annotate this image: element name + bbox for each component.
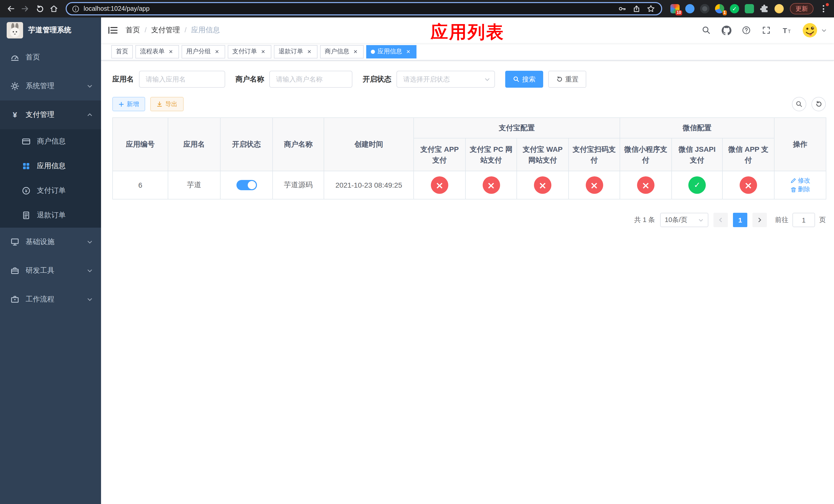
caret-down-icon (821, 27, 827, 33)
extension-icon-4[interactable]: 1 (715, 4, 724, 13)
screenshot-annotation: 应用列表 (431, 21, 504, 44)
tab-app-info[interactable]: 应用信息 (366, 45, 416, 58)
sidebar-item-refund-order[interactable]: 退款订单 (0, 203, 101, 228)
app-logo[interactable]: 芋道管理系统 (0, 18, 101, 43)
sidebar-item-workflow[interactable]: 工作流程 (0, 285, 101, 314)
breadcrumb-payment[interactable]: 支付管理 (140, 26, 180, 35)
add-button[interactable]: 新增 (112, 97, 145, 111)
close-icon[interactable] (352, 48, 359, 55)
search-button[interactable]: 搜索 (505, 71, 543, 88)
sidebar-item-dev-tools[interactable]: 研发工具 (0, 256, 101, 285)
status-toggle[interactable] (236, 180, 257, 190)
sidebar-item-merchant-info[interactable]: 商户信息 (0, 129, 101, 154)
extension-icon-1[interactable]: 10 (671, 4, 680, 13)
col-alipay-qr: 支付宝扫码支付 (569, 138, 620, 171)
close-icon[interactable] (167, 48, 174, 55)
refresh-table-button[interactable] (811, 97, 826, 111)
address-bar[interactable]: localhost:1024/pay/app (66, 2, 662, 15)
breadcrumb-home[interactable]: 首页 (126, 26, 140, 35)
page-size-select[interactable]: 10条/页 (660, 213, 708, 227)
tab-label: 应用信息 (377, 47, 402, 56)
sidebar-item-payment[interactable]: ¥ 支付管理 (0, 100, 101, 129)
add-button-label: 新增 (127, 100, 139, 109)
tab-pay-order[interactable]: 支付订单 (228, 45, 271, 58)
tab-flow-form[interactable]: 流程表单 (135, 45, 179, 58)
tab-refund-order[interactable]: 退款订单 (274, 45, 317, 58)
sidebar-item-pay-order[interactable]: ¥ 支付订单 (0, 178, 101, 203)
goto-label: 前往 (775, 215, 788, 225)
help-icon[interactable] (741, 25, 751, 36)
svg-text:¥: ¥ (25, 188, 28, 193)
github-icon[interactable] (721, 25, 731, 36)
svg-text:T: T (783, 26, 787, 35)
extension-icon-5[interactable]: ✓ (730, 4, 739, 13)
password-key-icon[interactable] (618, 5, 626, 13)
extension-badge: 10 (676, 10, 682, 15)
close-icon[interactable] (213, 48, 221, 55)
share-icon[interactable] (632, 5, 641, 13)
gear-icon (10, 82, 20, 91)
edit-link[interactable]: 修改 (790, 176, 810, 185)
sidebar-item-label: 研发工具 (26, 266, 54, 275)
site-info-icon[interactable] (72, 5, 80, 13)
status-fail-icon (586, 176, 603, 194)
app-name-input[interactable] (139, 71, 225, 88)
sidebar-toggle-icon[interactable] (107, 25, 118, 36)
browser-back-icon[interactable] (4, 2, 18, 15)
sidebar-item-infrastructure[interactable]: 基础设施 (0, 228, 101, 256)
svg-text:T: T (788, 29, 790, 34)
browser-reload-icon[interactable] (33, 2, 46, 15)
bookmark-star-icon[interactable] (647, 5, 655, 13)
next-page-button[interactable] (752, 213, 767, 227)
browser-forward-icon[interactable] (19, 2, 32, 15)
col-alipay-pc: 支付宝 PC 网站支付 (465, 138, 517, 171)
col-alipay-wap: 支付宝 WAP 网站支付 (517, 138, 569, 171)
page-number-button[interactable]: 1 (733, 213, 747, 227)
close-icon[interactable] (405, 48, 412, 55)
status-select[interactable]: 请选择开启状态 (396, 71, 495, 88)
delete-link[interactable]: 删除 (790, 185, 810, 194)
sidebar-menu: 首页 系统管理 ¥ 支付管理 (0, 43, 101, 504)
cell-alipay-app (414, 171, 465, 199)
extensions-puzzle-icon[interactable] (760, 4, 769, 13)
profile-avatar-icon[interactable] (774, 4, 784, 13)
col-group-wechat: 微信配置 (620, 118, 774, 138)
cell-app-name: 芋道 (168, 171, 220, 199)
close-icon[interactable] (306, 48, 313, 55)
total-count: 共 1 条 (634, 215, 655, 225)
search-icon[interactable] (701, 25, 711, 36)
sidebar-item-home[interactable]: 首页 (0, 43, 101, 72)
tab-home[interactable]: 首页 (111, 45, 133, 58)
user-avatar (802, 23, 818, 38)
export-button-label: 导出 (165, 100, 177, 109)
tab-merchant-info[interactable]: 商户信息 (320, 45, 364, 58)
col-alipay-app: 支付宝 APP 支付 (414, 138, 465, 171)
reset-button[interactable]: 重置 (548, 71, 586, 88)
user-menu[interactable] (802, 23, 827, 38)
toggle-search-button[interactable] (792, 97, 806, 111)
sidebar-item-label: 应用信息 (37, 161, 66, 171)
extension-icon-3[interactable] (700, 4, 709, 13)
browser-menu-icon[interactable] (816, 2, 830, 15)
close-icon[interactable] (260, 48, 267, 55)
goto-page-input[interactable] (792, 213, 815, 227)
prev-page-button[interactable] (714, 213, 728, 227)
browser-home-icon[interactable] (47, 2, 61, 15)
tab-label: 支付订单 (232, 47, 257, 56)
browser-update-button[interactable]: 更新 (790, 3, 813, 14)
coin-icon: ¥ (22, 186, 31, 196)
pagination: 共 1 条 10条/页 1 前往 (112, 213, 826, 227)
tab-user-group[interactable]: 用户分组 (181, 45, 225, 58)
fullscreen-icon[interactable] (761, 25, 771, 36)
font-size-icon[interactable]: TT (781, 25, 791, 36)
merchant-name-input[interactable] (269, 71, 352, 88)
select-placeholder: 请选择开启状态 (403, 75, 450, 84)
sidebar-item-app-info[interactable]: 应用信息 (0, 154, 101, 178)
cell-create-time: 2021-10-23 08:49:25 (324, 171, 414, 199)
col-app-id: 应用编号 (113, 118, 168, 171)
merchant-name-label: 商户名称 (236, 75, 264, 84)
export-button[interactable]: 导出 (150, 97, 184, 111)
extension-icon-6[interactable] (745, 4, 754, 13)
extension-icon-2[interactable] (685, 4, 695, 13)
sidebar-item-system[interactable]: 系统管理 (0, 72, 101, 100)
